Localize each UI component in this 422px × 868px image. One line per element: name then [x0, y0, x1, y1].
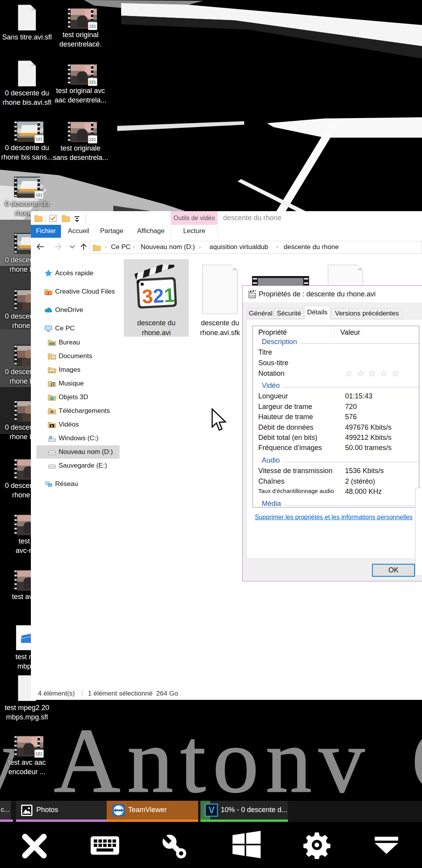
- svg-text:3: 3: [141, 285, 154, 308]
- svg-text:G: G: [411, 710, 422, 812]
- svg-text:Antonv: Antonv: [54, 710, 372, 812]
- svg-text:1: 1: [163, 284, 175, 307]
- svg-text:321: 321: [250, 294, 256, 298]
- svg-text:2: 2: [152, 285, 165, 307]
- svg-text:V: V: [209, 805, 215, 815]
